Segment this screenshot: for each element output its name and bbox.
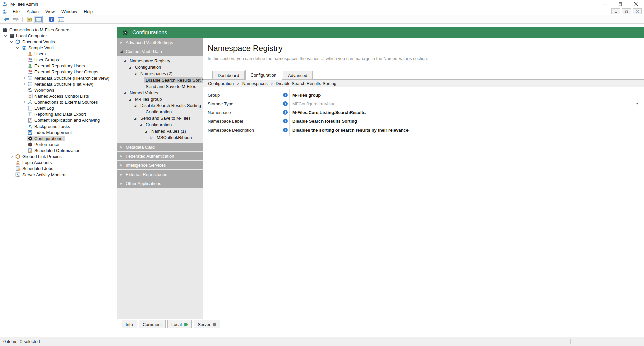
section-header-other-applications[interactable]: ▶Other Applications	[117, 179, 203, 188]
tab-advanced[interactable]: Advanced	[283, 71, 313, 80]
console-window-button[interactable]	[56, 16, 65, 23]
tree-item[interactable]: Reporting and Data Export	[0, 111, 117, 117]
mdi-minimize-button[interactable]	[611, 8, 620, 14]
section-header-external-repositories[interactable]: ▶External Repositories	[117, 170, 203, 179]
tree-item[interactable]: Ground Link Proxies	[0, 153, 117, 159]
config-tree-item[interactable]: Disable Search Results Sorting	[117, 77, 203, 83]
info-icon[interactable]: i	[283, 119, 289, 123]
tree-item[interactable]: Named Access Control Lists	[0, 93, 117, 99]
tree-item[interactable]: Scheduled Jobs	[0, 165, 117, 171]
chevron-expanded-icon[interactable]	[9, 39, 15, 45]
tree-item[interactable]: Server Activity Monitor	[0, 171, 117, 178]
close-button[interactable]	[628, 0, 644, 8]
config-tree-item[interactable]: ◢Named Values	[117, 90, 203, 96]
tree-item[interactable]: Metadata Structure (Flat View)	[0, 81, 117, 87]
bottom-tab-server[interactable]: Server	[194, 320, 220, 328]
config-tree-item[interactable]: Configuration	[117, 109, 203, 115]
tree-item[interactable]: Scheduled Optimization	[0, 147, 117, 153]
triangle-expanded-icon[interactable]: ◢	[134, 72, 139, 76]
tree-item[interactable]: Document Vaults	[0, 39, 117, 45]
field-value[interactable]: M-Files group	[292, 93, 321, 98]
tree-item[interactable]: External Repository Users	[0, 63, 117, 69]
field-value[interactable]: M-Files.Core.Listing.SearchResults	[292, 110, 366, 115]
menu-item-action[interactable]: Action	[23, 8, 42, 15]
tree-item[interactable]: Content Replication and Archiving	[0, 117, 117, 123]
triangle-expanded-icon[interactable]: ◢	[134, 104, 139, 107]
chevron-collapsed-icon[interactable]	[21, 99, 27, 105]
console-button[interactable]	[34, 16, 43, 23]
dropdown-arrow-icon[interactable]: ▼	[636, 102, 639, 105]
config-tree-item[interactable]: ◢Configuration	[117, 64, 203, 70]
triangle-expanded-icon[interactable]: ◢	[129, 66, 133, 69]
forward-button[interactable]	[11, 16, 20, 23]
config-tree-item[interactable]: ◢Disable Search Results Sorting	[117, 102, 203, 109]
tab-dashboard[interactable]: Dashboard	[212, 71, 245, 80]
config-tree-item[interactable]: ◢Namespaces (2)	[117, 70, 203, 77]
folder-up-button[interactable]	[25, 16, 33, 23]
tree-item[interactable]: Sample Vault	[0, 45, 117, 51]
minimize-button[interactable]	[597, 0, 613, 8]
help-button[interactable]: ?	[47, 16, 56, 23]
breadcrumb-item[interactable]: Namespaces	[242, 81, 268, 86]
tree-item[interactable]: Local Computer	[0, 33, 117, 39]
chevron-expanded-icon[interactable]	[15, 45, 21, 51]
tree-item[interactable]: Background Tasks	[0, 123, 117, 129]
menu-item-help[interactable]: Help	[80, 8, 96, 15]
breadcrumb-item[interactable]: Disable Search Results Sorting	[276, 81, 336, 86]
restore-button[interactable]	[613, 0, 628, 8]
field-value[interactable]: Disables the sorting of search results b…	[292, 128, 409, 133]
chevron-collapsed-icon[interactable]	[21, 81, 27, 87]
field-value[interactable]: MFConfigurationValue	[292, 101, 335, 106]
config-tree-item[interactable]: ▷MSOutlookRibbon	[117, 134, 203, 141]
triangle-expanded-icon[interactable]: ◢	[123, 59, 128, 63]
bottom-tab-comment[interactable]: Comment	[139, 320, 166, 328]
menu-item-window[interactable]: Window	[58, 8, 80, 15]
triangle-expanded-icon[interactable]: ◢	[123, 91, 128, 95]
tree-item[interactable]: Connections to External Sources	[0, 99, 117, 105]
chevron-collapsed-icon[interactable]	[21, 75, 27, 81]
section-header-intelligence-services[interactable]: ▶Intelligence Services	[117, 161, 203, 169]
tree-item[interactable]: Workflows	[0, 87, 117, 93]
config-tree-item[interactable]: Send and Save to M-Files	[117, 83, 203, 90]
tree-item[interactable]: Login Accounts	[0, 159, 117, 165]
chevron-collapsed-icon[interactable]	[9, 153, 15, 159]
breadcrumb-item[interactable]: Configuration	[208, 81, 234, 86]
section-header-custom-vault-data[interactable]: ◢Custom Vault Data	[117, 47, 203, 56]
info-icon[interactable]: i	[283, 110, 289, 115]
bottom-tab-info[interactable]: Info	[122, 320, 137, 328]
config-tree-item[interactable]: ◢Send and Save to M-Files	[117, 115, 203, 121]
triangle-expanded-icon[interactable]: ◢	[129, 98, 133, 101]
tree-item[interactable]: Connections to M-Files Servers	[0, 27, 117, 33]
field-value[interactable]: Disable Search Results Sorting	[292, 119, 357, 124]
mdi-restore-button[interactable]	[622, 8, 631, 14]
tree-item[interactable]: External Repository User Groups	[0, 69, 117, 75]
tree-item[interactable]: User Groups	[0, 57, 117, 63]
menu-item-view[interactable]: View	[42, 8, 58, 15]
info-icon[interactable]: i	[283, 128, 289, 132]
section-header-federated-authentication[interactable]: ▶Federated Authentication	[117, 152, 203, 160]
mdi-close-button[interactable]	[633, 8, 642, 14]
tree-item[interactable]: Configurations	[0, 135, 117, 141]
config-tree-item[interactable]: ◢M-Files group	[117, 96, 203, 102]
triangle-expanded-icon[interactable]: ◢	[139, 123, 144, 127]
triangle-collapsed-icon[interactable]: ▷	[150, 136, 155, 139]
triangle-expanded-icon[interactable]: ◢	[134, 117, 139, 120]
tree-item[interactable]: Metadata Structure (Hierarchical View)	[0, 75, 117, 81]
config-tree-item[interactable]: ◢Named Values (1)	[117, 128, 203, 134]
config-tree-item[interactable]: ◢Namespace Registry	[117, 58, 203, 64]
triangle-expanded-icon[interactable]: ◢	[145, 130, 149, 133]
back-button[interactable]	[2, 16, 11, 23]
tree-item[interactable]: Index Management	[0, 129, 117, 135]
config-tree-item[interactable]: ◢Configuration	[117, 121, 203, 128]
info-icon[interactable]: i	[283, 93, 289, 97]
menu-item-file[interactable]: File	[9, 8, 23, 15]
info-icon[interactable]: i	[283, 101, 289, 106]
section-header-metadata-card[interactable]: ▶Metadata Card	[117, 143, 203, 151]
tree-item[interactable]: Users	[0, 51, 117, 57]
tab-configuration[interactable]: Configuration	[245, 70, 282, 80]
tree-item[interactable]: Event Log	[0, 105, 117, 111]
chevron-expanded-icon[interactable]	[3, 33, 9, 39]
tree-item[interactable]: Performance	[0, 141, 117, 147]
section-header-advanced-vault-settings[interactable]: ▶Advanced Vault Settings	[117, 38, 203, 47]
bottom-tab-local[interactable]: Local	[167, 320, 192, 328]
